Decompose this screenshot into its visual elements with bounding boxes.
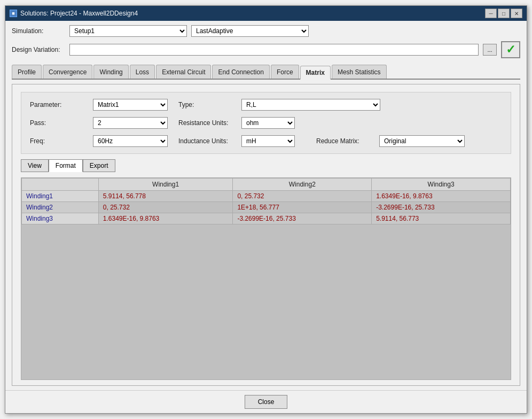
view-btn-area: View Format Export xyxy=(21,159,511,172)
row-header-winding3: Winding3 xyxy=(22,213,99,224)
title-bar-left: ■ Solutions: Project24 - Maxwell2DDesign… xyxy=(10,10,138,17)
cell-w1-w2: 0, 25.732 xyxy=(233,191,372,202)
freq-group: Freq: 60Hz xyxy=(30,135,168,147)
format-button[interactable]: Format xyxy=(49,159,83,172)
tab-external-circuit[interactable]: External Circuit xyxy=(156,65,211,79)
resistance-units-label: Resistance Units: xyxy=(178,119,237,127)
cell-w3-w2: -3.2699E-16, 25.733 xyxy=(233,213,372,224)
design-variation-row: Design Variation: ... ✓ xyxy=(12,41,520,58)
col-header-winding3: Winding3 xyxy=(372,179,511,191)
title-bar: ■ Solutions: Project24 - Maxwell2DDesign… xyxy=(5,6,527,21)
inductance-units-label: Inductance Units: xyxy=(178,137,237,145)
parameter-label: Parameter: xyxy=(30,101,89,108)
type-group: Type: R,L xyxy=(178,99,380,111)
table-header-row: Winding1 Winding2 Winding3 xyxy=(22,179,511,191)
params-row-3: Freq: 60Hz Inductance Units: mH Reduce M… xyxy=(30,135,502,147)
pass-label: Pass: xyxy=(30,119,89,127)
col-header-winding1: Winding1 xyxy=(98,179,233,191)
freq-label: Freq: xyxy=(30,137,89,145)
freq-select[interactable]: 60Hz xyxy=(93,135,168,147)
table-row: Winding1 5.9114, 56.778 0, 25.732 1.6349… xyxy=(22,191,511,202)
simulation-select[interactable]: Setup1 xyxy=(69,25,187,37)
bottom-bar: Close xyxy=(5,390,527,413)
inductance-units-select[interactable]: mH xyxy=(241,135,295,147)
tabs-bar: Profile Convergence Winding Loss Externa… xyxy=(12,65,520,80)
pass-group: Pass: 2 xyxy=(30,117,168,129)
type-select[interactable]: R,L xyxy=(241,99,380,111)
checkmark-icon: ✓ xyxy=(506,44,515,56)
window-close-button[interactable]: ✕ xyxy=(511,9,522,18)
tab-convergence[interactable]: Convergence xyxy=(43,65,92,79)
window-title: Solutions: Project24 - Maxwell2DDesign4 xyxy=(20,10,138,17)
reduce-matrix-select[interactable]: Original xyxy=(379,135,465,147)
cell-w2-w2: 1E+18, 56.777 xyxy=(233,202,372,213)
tab-matrix[interactable]: Matrix xyxy=(300,66,331,80)
tab-winding[interactable]: Winding xyxy=(93,65,128,79)
row-header-winding2: Winding2 xyxy=(22,202,99,213)
parameter-select[interactable]: Matrix1 xyxy=(93,99,168,111)
reduce-matrix-label: Reduce Matrix: xyxy=(316,137,375,145)
title-buttons: ─ □ ✕ xyxy=(485,9,522,18)
cell-w2-w3: -3.2699E-16, 25.733 xyxy=(372,202,511,213)
cell-w3-w3: 5.9114, 56.773 xyxy=(372,213,511,224)
params-row-2: Pass: 2 Resistance Units: ohm xyxy=(30,117,502,129)
simulation-row: Simulation: Setup1 LastAdaptive xyxy=(12,25,520,37)
params-section: Parameter: Matrix1 Type: R,L xyxy=(21,92,511,154)
validate-button[interactable]: ✓ xyxy=(501,41,520,58)
main-panel: Parameter: Matrix1 Type: R,L xyxy=(12,84,520,386)
table-row: Winding2 0, 25.732 1E+18, 56.777 -3.2699… xyxy=(22,202,511,213)
app-icon: ■ xyxy=(10,10,17,17)
browse-button[interactable]: ... xyxy=(483,44,497,56)
reduce-matrix-group: Reduce Matrix: Original xyxy=(316,135,465,147)
cell-w2-w1: 0, 25.732 xyxy=(98,202,233,213)
view-button[interactable]: View xyxy=(21,159,49,172)
tab-profile[interactable]: Profile xyxy=(12,65,42,79)
minimize-button[interactable]: ─ xyxy=(485,9,497,18)
export-button[interactable]: Export xyxy=(83,159,115,172)
maximize-button[interactable]: □ xyxy=(498,9,510,18)
resistance-units-select[interactable]: ohm xyxy=(241,117,295,129)
type-label: Type: xyxy=(178,101,237,108)
cell-w1-w1: 5.9114, 56.778 xyxy=(98,191,233,202)
adaptive-select[interactable]: LastAdaptive xyxy=(191,25,309,37)
tab-mesh-statistics[interactable]: Mesh Statistics xyxy=(332,65,387,79)
resistance-units-group: Resistance Units: ohm xyxy=(178,117,295,129)
design-variation-label: Design Variation: xyxy=(12,46,65,53)
col-header-empty xyxy=(22,179,99,191)
close-button[interactable]: Close xyxy=(245,395,287,409)
content-area: Simulation: Setup1 LastAdaptive Design V… xyxy=(5,21,527,390)
row-header-winding1: Winding1 xyxy=(22,191,99,202)
design-variation-input[interactable] xyxy=(69,44,479,56)
inductance-units-group: Inductance Units: mH xyxy=(178,135,295,147)
main-window: ■ Solutions: Project24 - Maxwell2DDesign… xyxy=(5,5,527,414)
parameter-group: Parameter: Matrix1 xyxy=(30,99,168,111)
cell-w3-w1: 1.6349E-16, 9.8763 xyxy=(98,213,233,224)
matrix-table-container: Winding1 Winding2 Winding3 Winding1 5.91… xyxy=(21,177,511,380)
tab-end-connection[interactable]: End Connection xyxy=(212,65,269,79)
col-header-winding2: Winding2 xyxy=(233,179,372,191)
tab-loss[interactable]: Loss xyxy=(130,65,155,79)
cell-w1-w3: 1.6349E-16, 9.8763 xyxy=(372,191,511,202)
tab-force[interactable]: Force xyxy=(271,65,299,79)
matrix-table: Winding1 Winding2 Winding3 Winding1 5.91… xyxy=(21,178,511,224)
simulation-label: Simulation: xyxy=(12,27,65,35)
params-row-1: Parameter: Matrix1 Type: R,L xyxy=(30,99,502,111)
table-row: Winding3 1.6349E-16, 9.8763 -3.2699E-16,… xyxy=(22,213,511,224)
pass-select[interactable]: 2 xyxy=(93,117,168,129)
